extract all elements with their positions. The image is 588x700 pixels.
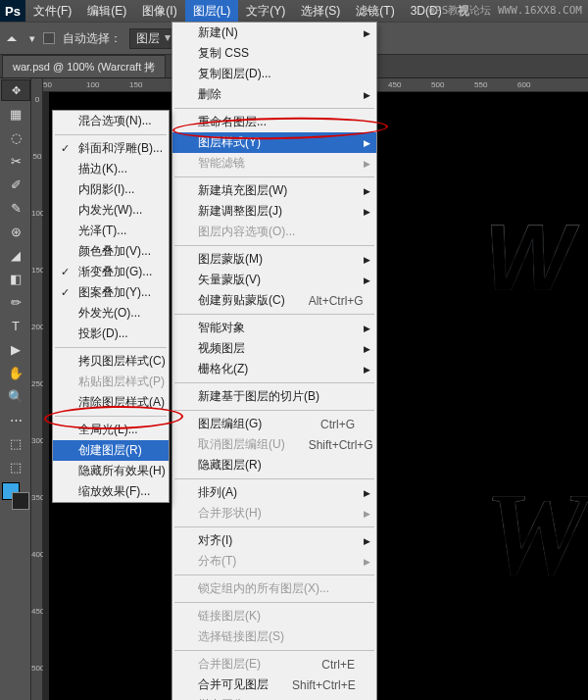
menu-item[interactable]: 内发光(W)... bbox=[53, 200, 169, 221]
app-logo: Ps bbox=[0, 0, 25, 22]
menu-item[interactable]: 斜面和浮雕(B)... bbox=[53, 138, 169, 159]
menu-item[interactable]: 图层蒙版(M) bbox=[172, 249, 376, 270]
menu-item[interactable]: 复制 CSS bbox=[172, 43, 376, 64]
tool-button[interactable]: ✎ bbox=[1, 197, 30, 219]
menubar-item[interactable]: 图像(I) bbox=[134, 0, 184, 22]
menu-item: 合并图层(E)Ctrl+E bbox=[172, 654, 376, 675]
tool-button[interactable]: ◢ bbox=[1, 244, 30, 266]
menu-item[interactable]: 图案叠加(Y)... bbox=[53, 282, 169, 303]
auto-select-checkbox[interactable] bbox=[43, 32, 55, 44]
menu-item[interactable]: 对齐(I) bbox=[172, 530, 376, 551]
layer-menu-panel: 新建(N)复制 CSS复制图层(D)...删除重命名图层...图层样式(Y)智能… bbox=[172, 22, 377, 700]
menu-item[interactable]: 颜色叠加(V)... bbox=[53, 241, 169, 262]
menu-item[interactable]: 智能对象 bbox=[172, 318, 376, 338]
tool-button[interactable]: 🔍 bbox=[1, 385, 30, 407]
menu-item[interactable]: 内阴影(I)... bbox=[53, 179, 169, 200]
menu-item[interactable]: 全局光(L)... bbox=[53, 420, 169, 440]
artwork-text-1: W bbox=[484, 224, 588, 292]
menu-item[interactable]: 创建图层(R) bbox=[53, 440, 169, 461]
menu-item[interactable]: 新建调整图层(J) bbox=[172, 201, 376, 222]
document-tab[interactable]: war.psd @ 100% (Warcraft 拷 bbox=[2, 55, 166, 77]
menu-item[interactable]: 描边(K)... bbox=[53, 159, 169, 179]
menu-item[interactable]: 合并可见图层Shift+Ctrl+E bbox=[172, 675, 376, 695]
tool-button[interactable]: ✐ bbox=[1, 174, 30, 195]
tool-button[interactable]: ✏ bbox=[1, 291, 30, 313]
tool-button[interactable]: ⊛ bbox=[1, 221, 30, 242]
menu-item[interactable]: 外发光(O)... bbox=[53, 303, 169, 324]
watermark-text: ⊕PS教程论坛 WWW.16XX8.COM bbox=[428, 3, 582, 18]
artwork-text-2: W bbox=[484, 490, 588, 578]
menubar-item[interactable]: 滤镜(T) bbox=[348, 0, 402, 22]
ruler-vertical: 050100150200250300350400450500 bbox=[31, 78, 43, 700]
tool-button[interactable]: ✂ bbox=[1, 150, 30, 172]
menu-item[interactable]: 混合选项(N)... bbox=[53, 111, 169, 131]
menu-item[interactable]: 矢量蒙版(V) bbox=[172, 270, 376, 290]
menu-item: 链接图层(K) bbox=[172, 606, 376, 626]
main-menubar: 文件(F)编辑(E)图像(I)图层(L)文字(Y)选择(S)滤镜(T)3D(D)… bbox=[25, 0, 477, 22]
layer-style-submenu-panel: 混合选项(N)...斜面和浮雕(B)...描边(K)...内阴影(I)...内发… bbox=[52, 110, 170, 503]
menubar-item[interactable]: 图层(L) bbox=[185, 0, 239, 22]
menu-item[interactable]: 投影(D)... bbox=[53, 324, 169, 344]
menu-item[interactable]: 复制图层(D)... bbox=[172, 64, 376, 84]
tool-button[interactable]: ▶ bbox=[1, 338, 30, 360]
tool-button[interactable]: ◧ bbox=[1, 268, 30, 289]
menu-item: 粘贴图层样式(P) bbox=[53, 372, 169, 392]
menu-item[interactable]: 缩放效果(F)... bbox=[53, 481, 169, 502]
menu-item[interactable]: 新建基于图层的切片(B) bbox=[172, 386, 376, 407]
tool-preset-chevron-icon[interactable]: ▾ bbox=[29, 32, 35, 45]
menu-item[interactable]: 新建填充图层(W) bbox=[172, 180, 376, 201]
menu-item[interactable]: 新建(N) bbox=[172, 23, 376, 43]
menu-item[interactable]: 渐变叠加(G)... bbox=[53, 262, 169, 282]
toolbox: ✥▦◌✂✐✎⊛◢◧✏T▶✋🔍⋯⬚⬚ bbox=[0, 78, 31, 700]
menu-item[interactable]: 图层编组(G)Ctrl+G bbox=[172, 414, 376, 434]
auto-select-label: 自动选择： bbox=[63, 30, 122, 47]
menu-item[interactable]: 隐藏所有效果(H) bbox=[53, 461, 169, 481]
menubar-item[interactable]: 编辑(E) bbox=[79, 0, 134, 22]
menubar-item[interactable]: 文字(Y) bbox=[238, 0, 293, 22]
tool-button[interactable]: ◌ bbox=[1, 126, 30, 148]
menu-item[interactable]: 拼合图像(F) bbox=[172, 695, 376, 700]
menubar-item[interactable]: 选择(S) bbox=[293, 0, 348, 22]
tool-button[interactable]: T bbox=[1, 315, 30, 336]
move-tool-icon bbox=[6, 30, 22, 46]
menubar-item[interactable]: 文件(F) bbox=[25, 0, 79, 22]
tool-button[interactable]: ⬚ bbox=[1, 432, 30, 454]
tool-button[interactable]: ▦ bbox=[1, 103, 30, 125]
menu-item: 锁定组内的所有图层(X)... bbox=[172, 578, 376, 599]
menu-item[interactable]: 排列(A) bbox=[172, 482, 376, 503]
tool-button[interactable]: ⋯ bbox=[1, 409, 30, 430]
menu-item[interactable]: 图层样式(Y) bbox=[172, 132, 376, 153]
menu-item: 智能滤镜 bbox=[172, 153, 376, 174]
menu-item[interactable]: 光泽(T)... bbox=[53, 221, 169, 241]
auto-select-target-dropdown[interactable]: 图层 bbox=[129, 28, 174, 49]
menu-item[interactable]: 创建剪贴蒙版(C)Alt+Ctrl+G bbox=[172, 290, 376, 311]
tool-button[interactable]: ⬚ bbox=[1, 456, 30, 477]
menu-item[interactable]: 拷贝图层样式(C) bbox=[53, 351, 169, 372]
menu-item[interactable]: 删除 bbox=[172, 84, 376, 105]
color-swatches[interactable] bbox=[2, 482, 29, 510]
tool-button[interactable]: ✋ bbox=[1, 362, 30, 383]
menu-item: 选择链接图层(S) bbox=[172, 626, 376, 647]
menu-item[interactable]: 隐藏图层(R) bbox=[172, 455, 376, 475]
menu-item[interactable]: 清除图层样式(A) bbox=[53, 392, 169, 413]
menu-item[interactable]: 视频图层 bbox=[172, 338, 376, 359]
menu-item: 合并形状(H) bbox=[172, 503, 376, 524]
menu-item: 取消图层编组(U)Shift+Ctrl+G bbox=[172, 434, 376, 455]
menu-item: 图层内容选项(O)... bbox=[172, 222, 376, 242]
menu-item: 分布(T) bbox=[172, 551, 376, 572]
menu-item[interactable]: 栅格化(Z) bbox=[172, 359, 376, 379]
menu-item[interactable]: 重命名图层... bbox=[172, 112, 376, 132]
title-bar: Ps 文件(F)编辑(E)图像(I)图层(L)文字(Y)选择(S)滤镜(T)3D… bbox=[0, 0, 588, 22]
move-tool[interactable]: ✥ bbox=[1, 79, 30, 101]
